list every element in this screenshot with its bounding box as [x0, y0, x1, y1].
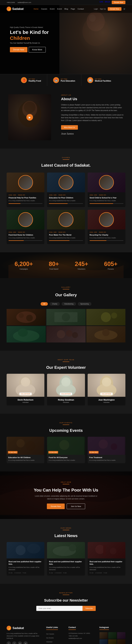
footer-link-volunteer[interactable]: Volunteer	[46, 641, 52, 643]
facebook-icon[interactable]: f	[7, 641, 11, 644]
about-more-btn[interactable]: More About Us	[61, 125, 78, 130]
footer-about-col: 🌙 Sadakat It is a long established fact …	[7, 626, 41, 644]
insta-img-6[interactable]	[117, 640, 125, 644]
insta-img-4[interactable]	[99, 640, 108, 644]
volunteer-img-1: VOLUNTEER	[7, 374, 44, 397]
newsletter-submit-btn[interactable]: Subscribe	[83, 606, 96, 611]
svg-point-36	[99, 440, 108, 449]
gallery-img-4[interactable]	[7, 326, 46, 342]
cause-name-1: Financial Help for Poor Families	[9, 197, 42, 199]
events-divider	[63, 424, 69, 425]
footer-link-item: Our Causes	[46, 632, 63, 635]
nav-page[interactable]: Page	[71, 8, 75, 10]
events-title: Upcoming Events	[7, 428, 125, 433]
twitter-icon[interactable]: t	[12, 641, 17, 644]
news-grid: Root and tree published their supplier l…	[7, 542, 125, 576]
cause-desc-1: It is a long established fact that a rea…	[9, 200, 42, 202]
youtube-icon[interactable]: yt	[23, 641, 28, 644]
footer-contact-col: Contact 123 Business Avenue, NY 10001 +8…	[69, 626, 95, 644]
causes-divider	[63, 160, 69, 160]
gallery-tab-all[interactable]: All	[41, 302, 48, 306]
cause-circle-1	[18, 175, 33, 190]
footer-link-item: Volunteer	[46, 640, 63, 643]
footer-logo-icon: 🌙	[7, 626, 11, 630]
nav-login[interactable]: Login	[94, 8, 98, 10]
footer-grid: 🌙 Sadakat It is a long established fact …	[7, 626, 125, 644]
event-card-2: 01 Feb, 2022 Food for All Everyone It is…	[47, 437, 85, 463]
gallery-img-1[interactable]	[7, 309, 46, 325]
footer-link-events[interactable]: Our Events	[46, 637, 54, 639]
hero-know-btn[interactable]: Know More	[29, 47, 46, 52]
cause-progress-bar-1	[9, 203, 21, 204]
footer-logo: 🌙 Sadakat	[7, 626, 41, 630]
cart-icon[interactable]: 🛒	[123, 8, 125, 10]
gallery-img-5[interactable]	[46, 326, 86, 342]
cause-name-4: Feed And Home for Children	[9, 234, 42, 236]
insta-img-1[interactable]	[99, 632, 108, 639]
insta-img-3[interactable]	[117, 632, 125, 639]
gallery-img-3[interactable]	[86, 309, 125, 325]
cause-name-6: Recycling For Charity	[90, 234, 123, 236]
login-link[interactable]: Login	[99, 1, 103, 4]
cause-card-3: GOAL: 100K RAISE: $7K Send Child to Scho…	[88, 172, 125, 207]
cta-join-btn[interactable]: Join Us Now	[67, 504, 85, 509]
navbar: 🌙 Sadakat Home Causes Event Event Blog P…	[0, 5, 132, 13]
gallery-tab-charity[interactable]: Charity	[49, 302, 60, 306]
hero-title: Let's be Kind for Children	[10, 29, 49, 41]
hero-bg-image	[59, 5, 132, 74]
cause-desc-5: It is a long established fact that a rea…	[49, 237, 83, 239]
svg-point-42	[95, 545, 104, 554]
footer-email: sadakat@email.com	[69, 637, 95, 640]
about-section: ▶ About Us About Us Children to please R…	[0, 86, 132, 148]
svg-point-41	[69, 544, 76, 552]
event-img-3: 01 Mar, 2022	[88, 437, 125, 455]
insta-img-5[interactable]	[108, 640, 116, 644]
instagram-icon[interactable]: in	[18, 641, 22, 644]
cause-meta-6: GOAL: 100K RAISE: $7K	[90, 232, 123, 233]
news-title-3: Root and tree published their supplier l…	[90, 560, 123, 566]
newsletter-input[interactable]	[36, 606, 83, 611]
nav-event[interactable]: Event	[50, 8, 54, 10]
cta-donate-btn[interactable]: Donate Now	[47, 504, 65, 509]
food-title: Healthy Food	[29, 80, 41, 82]
event-date-2: 01 Feb, 2022	[48, 451, 58, 454]
feature-food-text: Get Free Healthy Food	[29, 78, 41, 82]
features-bar: 🍎 Get Free Healthy Food 📚 Get Free Pure …	[0, 74, 132, 86]
news-card-3: Root and tree published their supplier l…	[88, 542, 125, 576]
gallery-img-2[interactable]	[46, 309, 86, 325]
gallery-img-6[interactable]	[86, 326, 125, 342]
nav-signup[interactable]: Sign Up	[100, 8, 106, 10]
event-desc-1: It is a long established fact that a rea…	[8, 459, 43, 462]
signup-link[interactable]: Sign Up	[105, 1, 110, 4]
svg-point-1	[87, 12, 105, 31]
insta-img-2[interactable]	[108, 632, 116, 639]
stat-persons: 605+ Persons	[104, 260, 117, 270]
about-text2: Ueporting GroepVilden or Bran or there, …	[61, 114, 124, 122]
svg-point-16	[66, 330, 73, 337]
hero-donate-btn[interactable]: Donate Now	[10, 47, 27, 52]
nav-donate-btn[interactable]: Donate Now	[108, 7, 121, 11]
causes-header: Causes Latest Caused of Sadakat.	[7, 157, 125, 168]
gallery-tab-sponsoring[interactable]: Sponsoring	[78, 302, 91, 306]
gallery-tab-volunteering[interactable]: Volunteering	[61, 302, 76, 306]
svg-rect-43	[103, 545, 106, 555]
cause-meta-3: GOAL: 100K RAISE: $7K	[90, 194, 123, 196]
nav-event2[interactable]: Event	[57, 8, 62, 10]
cause-card-6: GOAL: 100K RAISE: $7K Recycling For Char…	[88, 210, 125, 244]
cause-meta-5: GOAL: 100K RAISE: $7K	[49, 232, 83, 233]
feature-med-text: Get Free Medical Facilities	[95, 78, 111, 82]
footer-contact-info: 123 Business Avenue, NY 10001 +880 123 4…	[69, 632, 95, 640]
donate-btn-top[interactable]: Donate Now	[112, 1, 125, 4]
nav-causes[interactable]: Causes	[41, 8, 47, 10]
nav-blog[interactable]: Blog	[64, 8, 68, 10]
play-button[interactable]: ▶	[26, 114, 33, 120]
svg-point-8	[26, 315, 33, 321]
nav-home[interactable]: Home	[34, 8, 38, 10]
volunteer-card-3: VOLUNTEER Jean Washington Volunteer	[88, 374, 125, 406]
svg-point-33	[59, 440, 69, 450]
nav-contact[interactable]: Contact	[78, 8, 84, 10]
footer-link-causes[interactable]: Our Causes	[46, 633, 54, 635]
stat-campaigns-value: 6,200+	[15, 260, 33, 267]
hero-content: High Quality Charity Theme in Envato Mar…	[0, 26, 58, 52]
stat-campaigns-label: Campaigns	[15, 268, 33, 270]
